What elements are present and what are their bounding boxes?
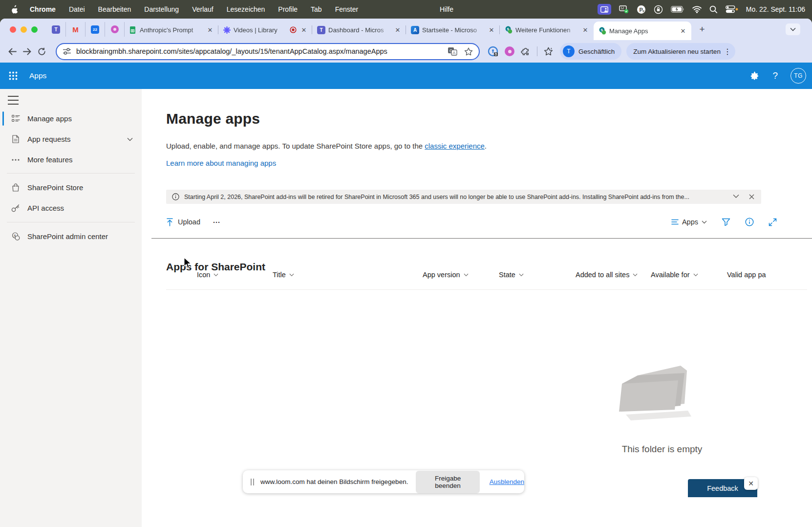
menu-tab[interactable]: Tab	[311, 5, 322, 13]
sidebar-item-sharepoint-admin-center[interactable]: s SharePoint admin center	[0, 226, 142, 246]
learn-more-link[interactable]: Learn more about managing apps	[166, 159, 276, 167]
stop-sharing-button[interactable]: Freigabe beenden	[416, 471, 479, 493]
tab-weitere-funktionen[interactable]: S Weitere Funktionen ✕	[500, 22, 594, 38]
details-info-button[interactable]	[745, 218, 754, 226]
help-icon[interactable]: ?	[772, 70, 778, 81]
tab-manage-apps-active[interactable]: S Manage Apps ✕	[594, 22, 691, 40]
command-bar: Upload ... Apps	[166, 212, 777, 232]
tab-dashboard-teams[interactable]: T Dashboard - Micros ✕	[312, 22, 406, 38]
restart-to-update-button[interactable]: Zum Aktualisieren neu starten ⋮	[626, 43, 735, 60]
forward-button[interactable]	[20, 44, 34, 59]
collapse-nav-icon[interactable]	[8, 96, 19, 105]
ellipsis-icon	[11, 159, 21, 161]
sidebar-item-api-access[interactable]: API access	[0, 198, 142, 218]
menu-bar-clock[interactable]: Mo. 22. Sept. 11:06	[746, 5, 805, 13]
pinned-tab-calendar[interactable]: 22	[85, 22, 105, 37]
close-tab-icon[interactable]: ✕	[487, 25, 496, 34]
site-settings-icon[interactable]	[63, 48, 71, 55]
menu-hilfe[interactable]: Hilfe	[440, 5, 453, 13]
new-tab-button[interactable]: +	[695, 22, 709, 36]
drag-handle-icon[interactable]	[251, 479, 254, 485]
menu-chrome[interactable]: Chrome	[30, 5, 56, 13]
close-tab-icon[interactable]: ✕	[393, 25, 402, 34]
fullscreen-expand-button[interactable]	[769, 218, 777, 226]
banner-close-icon[interactable]	[749, 194, 754, 199]
spotlight-search-icon[interactable]	[709, 5, 718, 14]
close-window-button[interactable]	[10, 26, 16, 33]
banner-expand-icon[interactable]	[733, 194, 739, 199]
chrome-menu-icon[interactable]: ⋮	[724, 47, 731, 56]
menu-bearbeiten[interactable]: Bearbeiten	[98, 5, 131, 13]
pinned-tab-loom[interactable]	[105, 22, 125, 37]
main-content: Manage apps Upload, enable, and manage a…	[142, 89, 812, 527]
close-tab-icon[interactable]: ✕	[299, 25, 308, 34]
minimize-window-button[interactable]	[21, 26, 27, 33]
upload-button[interactable]: Upload	[166, 218, 200, 226]
toolbar-divider	[537, 46, 537, 56]
close-tab-icon[interactable]: ✕	[581, 25, 590, 34]
sidebar-item-manage-apps[interactable]: Manage apps	[0, 109, 142, 129]
list-icon	[11, 115, 21, 122]
sidebar-item-sharepoint-store[interactable]: SharePoint Store	[0, 177, 142, 198]
privacy-lock-icon[interactable]	[654, 5, 663, 14]
reload-button[interactable]	[34, 44, 49, 59]
side-panel-star-icon[interactable]	[544, 47, 553, 56]
close-tab-icon[interactable]: ✕	[206, 25, 214, 34]
feedback-close-button[interactable]: ✕	[744, 477, 758, 490]
tab-videos-library[interactable]: Videos | Library ✕	[218, 22, 312, 38]
extensions-puzzle-icon[interactable]	[521, 46, 531, 56]
menu-lesezeichen[interactable]: Lesezeichen	[227, 5, 265, 13]
battery-icon[interactable]	[671, 6, 684, 13]
recording-indicator-icon	[290, 26, 297, 33]
control-center-icon[interactable]	[726, 5, 738, 13]
menu-darstellung[interactable]: Darstellung	[144, 5, 179, 13]
menu-verlauf[interactable]: Verlauf	[192, 5, 214, 13]
sidebar-item-app-requests[interactable]: App requests	[0, 129, 142, 149]
wifi-icon[interactable]	[692, 6, 702, 13]
table-header-row: Icon Title App version State Added to al…	[197, 271, 805, 279]
chrome-window: T M 22 Anthropic's Prompt ✕ Videos | Lib…	[0, 19, 812, 527]
pinned-tab-gmail[interactable]: M	[66, 22, 85, 37]
menu-profile[interactable]: Profile	[278, 5, 298, 13]
selected-indicator	[2, 111, 4, 126]
loom-extension-icon[interactable]	[505, 46, 514, 56]
apple-menu-icon[interactable]	[11, 5, 18, 14]
svg-text:A: A	[453, 50, 456, 55]
address-bar[interactable]: blockbraingmbh.sharepoint.com/sites/appc…	[56, 43, 480, 60]
pinned-tab-teams[interactable]: T	[46, 22, 66, 37]
column-header-available-for[interactable]: Available for	[651, 271, 727, 279]
url-text[interactable]: blockbraingmbh.sharepoint.com/sites/appc…	[76, 47, 448, 55]
account-avatar[interactable]: TG	[791, 68, 806, 84]
column-header-title[interactable]: Title	[273, 271, 423, 279]
password-manager-extension-icon[interactable]	[488, 46, 498, 57]
tab-search-button[interactable]	[786, 23, 800, 35]
close-tab-icon[interactable]: ✕	[679, 26, 687, 35]
left-navigation: Manage apps App requests More features	[0, 89, 142, 527]
filter-button[interactable]	[722, 218, 730, 226]
bookmark-star-icon[interactable]	[464, 47, 473, 56]
input-source-icon[interactable]	[619, 5, 629, 14]
parallels-status-icon[interactable]: P	[637, 5, 646, 14]
menu-fenster[interactable]: Fenster	[335, 5, 358, 13]
chevron-down-icon[interactable]	[127, 137, 133, 141]
tab-startseite-admin[interactable]: A Startseite - Microso ✕	[406, 22, 500, 38]
translate-icon[interactable]: GA	[448, 47, 457, 56]
back-button[interactable]	[5, 44, 20, 59]
profile-chip[interactable]: T Geschäftlich	[560, 43, 621, 60]
hide-link[interactable]: Ausblenden	[490, 478, 524, 485]
column-header-added-to-all-sites[interactable]: Added to all sites	[576, 271, 651, 279]
more-commands-button[interactable]: ...	[213, 217, 220, 224]
app-launcher-waffle-icon[interactable]	[0, 63, 26, 89]
column-header-valid-app-package[interactable]: Valid app pa	[727, 271, 805, 279]
settings-gear-icon[interactable]	[749, 71, 760, 81]
view-selector[interactable]: Apps	[671, 218, 707, 226]
column-header-state[interactable]: State	[499, 271, 576, 279]
column-header-icon[interactable]: Icon	[197, 271, 273, 279]
classic-experience-link[interactable]: classic experience	[425, 142, 485, 150]
maximize-window-button[interactable]	[31, 26, 38, 33]
menu-datei[interactable]: Datei	[69, 5, 85, 13]
sidebar-item-more-features[interactable]: More features	[0, 150, 142, 170]
screen-sharing-icon[interactable]	[598, 4, 611, 15]
tab-anthropic-prompt[interactable]: Anthropic's Prompt ✕	[125, 22, 218, 38]
column-header-app-version[interactable]: App version	[423, 271, 499, 279]
